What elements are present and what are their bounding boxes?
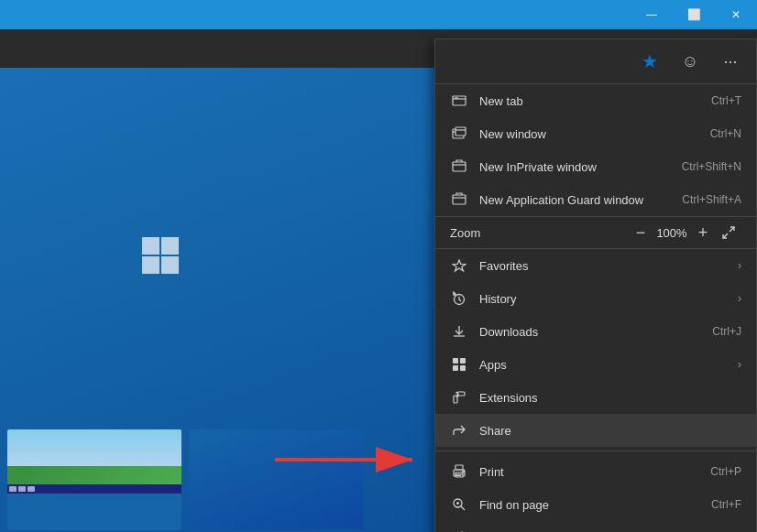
menu-item-find-on-page[interactable]: Find on page Ctrl+F bbox=[435, 488, 756, 521]
windows-logo bbox=[142, 237, 188, 283]
svg-rect-9 bbox=[453, 162, 466, 171]
history-label: History bbox=[479, 292, 730, 306]
new-window-icon bbox=[450, 125, 468, 143]
menu-item-new-window[interactable]: New window Ctrl+N bbox=[435, 117, 756, 150]
menu-item-new-tab[interactable]: New tab Ctrl+T bbox=[435, 84, 756, 117]
menu-divider-1 bbox=[435, 451, 756, 451]
extensions-label: Extensions bbox=[479, 391, 741, 405]
history-icon bbox=[450, 289, 468, 308]
tile-1 bbox=[7, 429, 181, 530]
new-window-label: New window bbox=[479, 127, 710, 141]
inprivate-shortcut: Ctrl+Shift+N bbox=[682, 160, 741, 173]
extensions-icon bbox=[450, 388, 468, 407]
zoom-label: Zoom bbox=[450, 226, 628, 240]
svg-rect-20 bbox=[453, 358, 458, 364]
share-icon bbox=[450, 421, 468, 440]
title-bar: — ⬜ ✕ bbox=[0, 0, 757, 29]
menu-item-downloads[interactable]: Downloads Ctrl+J bbox=[435, 315, 756, 348]
svg-rect-11 bbox=[453, 195, 466, 204]
downloads-shortcut: Ctrl+J bbox=[712, 325, 741, 338]
apps-icon bbox=[450, 355, 468, 374]
menu-item-favorites[interactable]: Favorites › bbox=[435, 249, 756, 282]
svg-line-14 bbox=[730, 227, 734, 232]
read-aloud-icon bbox=[450, 528, 468, 532]
menu-item-extensions[interactable]: Extensions bbox=[435, 381, 756, 414]
svg-line-33 bbox=[461, 506, 465, 510]
menu-item-new-inprivate[interactable]: New InPrivate window Ctrl+Shift+N bbox=[435, 150, 756, 183]
svg-rect-26 bbox=[455, 465, 463, 470]
svg-line-15 bbox=[723, 233, 728, 238]
find-on-page-shortcut: Ctrl+F bbox=[711, 498, 741, 511]
menu-item-share[interactable]: Share bbox=[435, 414, 756, 447]
svg-rect-4 bbox=[455, 97, 458, 98]
red-arrow-indicator bbox=[266, 432, 431, 491]
downloads-label: Downloads bbox=[479, 325, 712, 339]
new-tab-label: New tab bbox=[479, 94, 711, 108]
menu-item-history[interactable]: History › bbox=[435, 282, 756, 315]
menu-item-appguard[interactable]: New Application Guard window Ctrl+Shift+… bbox=[435, 183, 756, 216]
inprivate-icon bbox=[450, 157, 468, 176]
dropdown-menu: ★ ☺ ··· New tab Ctrl+T New window Ctrl+N bbox=[434, 38, 757, 532]
appguard-shortcut: Ctrl+Shift+A bbox=[682, 193, 741, 206]
menu-item-apps[interactable]: Apps › bbox=[435, 348, 756, 381]
more-options-icon[interactable]: ··· bbox=[716, 47, 745, 76]
share-label: Share bbox=[479, 424, 741, 438]
title-bar-controls: — ⬜ ✕ bbox=[631, 0, 757, 29]
menu-item-print[interactable]: Print Ctrl+P bbox=[435, 455, 756, 488]
star-icon[interactable]: ★ bbox=[635, 47, 664, 76]
zoom-fullscreen-button[interactable] bbox=[716, 220, 741, 245]
appguard-label: New Application Guard window bbox=[479, 193, 682, 207]
svg-rect-22 bbox=[453, 365, 458, 371]
favorites-icon bbox=[450, 256, 468, 275]
apps-arrow: › bbox=[738, 358, 741, 371]
svg-point-31 bbox=[463, 471, 465, 472]
favorites-label: Favorites bbox=[479, 259, 730, 273]
minimize-button[interactable]: — bbox=[631, 0, 673, 29]
zoom-row: Zoom − 100% + bbox=[435, 216, 756, 249]
print-label: Print bbox=[479, 465, 710, 479]
inprivate-label: New InPrivate window bbox=[479, 160, 682, 174]
favorites-arrow: › bbox=[738, 259, 741, 272]
find-on-page-icon bbox=[450, 495, 468, 514]
print-shortcut: Ctrl+P bbox=[710, 465, 741, 478]
new-window-shortcut: Ctrl+N bbox=[710, 127, 741, 140]
emoji-icon[interactable]: ☺ bbox=[675, 47, 705, 76]
svg-rect-21 bbox=[460, 358, 466, 364]
zoom-in-button[interactable]: + bbox=[690, 220, 716, 245]
apps-label: Apps bbox=[479, 358, 730, 372]
find-on-page-label: Find on page bbox=[479, 498, 711, 512]
new-tab-icon bbox=[450, 92, 468, 110]
print-icon bbox=[450, 462, 468, 481]
zoom-value: 100% bbox=[653, 226, 690, 240]
menu-item-read-aloud[interactable]: Read aloud bbox=[435, 521, 756, 532]
downloads-icon bbox=[450, 322, 468, 341]
close-button[interactable]: ✕ bbox=[715, 0, 757, 29]
svg-rect-23 bbox=[460, 365, 466, 371]
maximize-button[interactable]: ⬜ bbox=[673, 0, 715, 29]
menu-top-row: ★ ☺ ··· bbox=[435, 39, 756, 84]
content-area bbox=[0, 68, 434, 532]
history-arrow: › bbox=[738, 292, 741, 305]
zoom-out-button[interactable]: − bbox=[628, 220, 653, 245]
new-tab-shortcut: Ctrl+T bbox=[711, 94, 741, 107]
svg-marker-16 bbox=[453, 260, 466, 271]
appguard-icon bbox=[450, 190, 468, 209]
svg-rect-7 bbox=[455, 127, 466, 136]
